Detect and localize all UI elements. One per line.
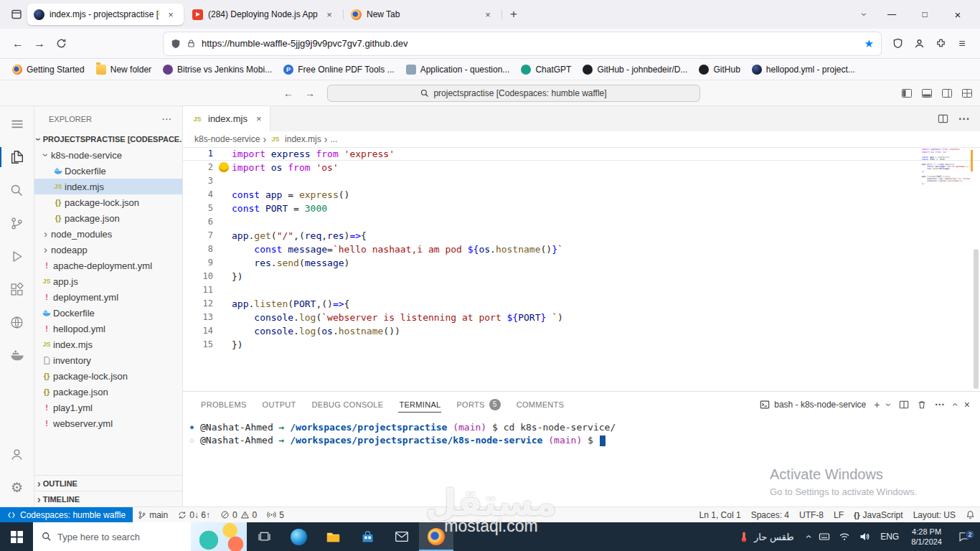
tree-item-nodeapp[interactable]: ›nodeapp <box>34 242 182 258</box>
back-button[interactable]: ← <box>7 33 29 55</box>
store-icon[interactable] <box>350 522 385 551</box>
customize-layout-icon[interactable] <box>961 88 973 99</box>
start-button[interactable] <box>0 522 33 551</box>
bookmark-item[interactable]: Getting Started <box>7 62 90 77</box>
tree-item-node_modules[interactable]: ›node_modules <box>34 226 182 242</box>
taskbar-search[interactable]: Type here to search <box>33 522 247 551</box>
taskbar-clock[interactable]: 4:28 PM 8/1/2024 <box>905 527 948 547</box>
split-editor-icon[interactable] <box>938 113 948 124</box>
tree-item-hellopod.yml[interactable]: !hellopod.yml <box>34 321 182 336</box>
network-icon[interactable] <box>834 522 854 551</box>
terminal-instance[interactable]: bash - k8s-node-service <box>760 400 866 410</box>
reload-button[interactable] <box>50 33 72 55</box>
bookmark-item[interactable]: Bitrise vs Jenkins Mobi... <box>158 62 277 77</box>
source-control-icon[interactable] <box>0 207 34 240</box>
editor-scrollbar[interactable] <box>974 249 979 389</box>
timeline-section[interactable]: › TIMELINE <box>34 491 182 507</box>
language-indicator[interactable]: ENG <box>875 532 905 542</box>
toggle-panel-icon[interactable] <box>921 88 933 99</box>
more-actions-icon[interactable]: ··· <box>162 115 172 123</box>
touch-keyboard-icon[interactable] <box>814 522 834 551</box>
url-bar[interactable]: https://humble-waffle-5jjg9j9v9pvc7gv7.g… <box>164 32 881 55</box>
breadcrumb-item[interactable]: k8s-node-service <box>194 134 260 144</box>
code-line[interactable]: 6 <box>183 215 980 229</box>
code-line[interactable]: 2import os from 'os' <box>183 161 980 174</box>
list-all-tabs-button[interactable]: › <box>854 4 875 24</box>
new-terminal-icon[interactable]: + <box>874 399 880 410</box>
tree-item-package-lock.json[interactable]: {}package-lock.json <box>34 194 182 210</box>
url-text[interactable]: https://humble-waffle-5jjg9j9v9pvc7gv7.g… <box>202 38 859 49</box>
tree-item-index.mjs[interactable]: JSindex.mjs <box>34 336 182 352</box>
panel-tab-output[interactable]: OUTPUT <box>255 392 304 417</box>
code-line[interactable]: 3 <box>183 174 980 188</box>
minimap[interactable]: import express from 'express'import os f… <box>922 149 971 185</box>
explorer-section-header[interactable]: › PROJECTSPRACTISE [CODESPACE... <box>34 131 182 147</box>
problems-indicator[interactable]: 0 0 <box>215 507 262 522</box>
forward-button[interactable]: → <box>29 33 50 55</box>
tree-item-play1.yml[interactable]: !play1.yml <box>34 400 182 415</box>
menu-icon[interactable]: ≡ <box>951 33 973 55</box>
panel-tab-debug-console[interactable]: DEBUG CONSOLE <box>304 392 392 417</box>
window-close-button[interactable]: × <box>941 0 974 29</box>
new-tab-button[interactable]: + <box>503 4 524 24</box>
bookmark-item[interactable]: hellopod.yml - project... <box>747 62 860 77</box>
breadcrumb-item[interactable]: index.mjs <box>285 134 321 144</box>
tree-item-package.json[interactable]: {}package.json <box>34 210 182 226</box>
panel-tab-ports[interactable]: PORTS5 <box>448 392 508 417</box>
code-line[interactable]: 14 console.log(os.hostname()) <box>183 324 980 338</box>
status-item[interactable] <box>961 510 980 519</box>
file-explorer-icon[interactable] <box>316 522 350 551</box>
editor-tab-index-mjs[interactable]: JS index.mjs × <box>183 106 270 131</box>
tab-close-icon[interactable]: × <box>481 8 494 21</box>
search-icon[interactable] <box>0 174 34 207</box>
pocket-shield-icon[interactable] <box>887 33 908 55</box>
tree-item-webserver.yml[interactable]: !webserver.yml <box>34 415 182 431</box>
code-line[interactable]: 9 res.send(message) <box>183 256 980 270</box>
status-item[interactable]: Layout: US <box>908 510 961 520</box>
code-line[interactable]: 13 console.log(`webserver is listenning … <box>183 311 980 324</box>
bookmark-item[interactable]: ChatGPT <box>516 62 576 77</box>
terminal-line[interactable]: ●@Nashat-Ahmed → /workspaces/projectspra… <box>190 421 980 434</box>
tab-close-icon[interactable]: × <box>164 8 177 21</box>
tree-item-package-lock.json[interactable]: {}package-lock.json <box>34 368 182 384</box>
go-forward-button[interactable]: → <box>301 85 319 102</box>
branch-indicator[interactable]: main <box>133 507 173 522</box>
status-item[interactable]: LF <box>829 510 849 520</box>
extensions-puzzle-icon[interactable] <box>930 33 951 55</box>
code-line[interactable]: 15}) <box>183 338 980 352</box>
menu-icon[interactable] <box>0 108 34 141</box>
tree-item-k8s-node-service[interactable]: ›k8s-node-service <box>34 147 182 163</box>
code-line[interactable]: 1import express from 'express' <box>183 147 980 161</box>
mail-icon[interactable] <box>385 522 419 551</box>
go-back-button[interactable]: ← <box>280 85 297 102</box>
code-line[interactable]: 10}) <box>183 270 980 283</box>
browser-tab[interactable]: index.mjs - projectspractise [Co× <box>27 4 184 25</box>
edge-icon[interactable] <box>281 522 316 551</box>
window-minimize-button[interactable]: — <box>875 0 908 29</box>
tree-item-package.json[interactable]: {}package.json <box>34 384 182 400</box>
terminal-dropdown-icon[interactable]: › <box>887 400 891 410</box>
tab-close-icon[interactable]: × <box>323 8 336 21</box>
split-terminal-icon[interactable] <box>899 400 909 410</box>
lock-icon[interactable] <box>187 39 196 48</box>
account-icon[interactable] <box>0 438 34 471</box>
breadcrumb-item[interactable]: ... <box>330 134 337 144</box>
weather-widget[interactable]: طقس حار <box>730 530 802 544</box>
lightbulb-indicator-icon[interactable] <box>219 162 229 172</box>
code-line[interactable]: 4const app = express() <box>183 188 980 202</box>
window-maximize-button[interactable]: □ <box>908 0 941 29</box>
ports-indicator[interactable]: 5 <box>262 507 289 522</box>
account-icon[interactable] <box>908 33 930 55</box>
task-view-icon[interactable] <box>247 522 281 551</box>
browser-tab[interactable]: (284) Deploying Node.js Applic× <box>186 4 342 25</box>
status-item[interactable]: UTF-8 <box>794 510 829 520</box>
tree-item-Dockerfile[interactable]: Dockerfile <box>34 163 182 179</box>
remote-explorer-icon[interactable] <box>0 306 34 339</box>
tree-item-app.js[interactable]: JSapp.js <box>34 273 182 289</box>
bookmark-item[interactable]: Application - question... <box>401 62 515 77</box>
extensions-icon[interactable] <box>0 273 34 306</box>
tree-item-inventory[interactable]: inventory <box>34 352 182 368</box>
run-debug-icon[interactable] <box>0 240 34 273</box>
panel-tab-comments[interactable]: COMMENTS <box>509 392 573 417</box>
maximize-panel-icon[interactable]: › <box>953 400 956 410</box>
